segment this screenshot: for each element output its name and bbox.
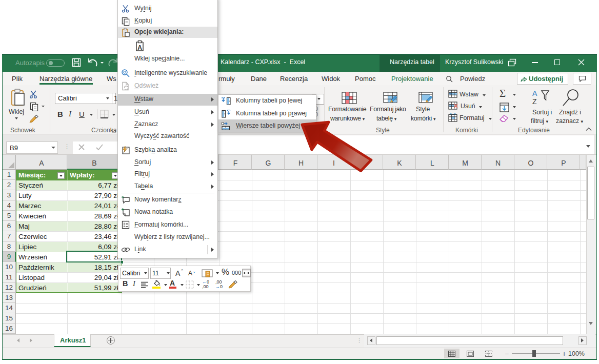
- svg-text:A: A: [532, 89, 537, 97]
- svg-text:A: A: [137, 44, 142, 51]
- svg-text:Z: Z: [532, 97, 537, 106]
